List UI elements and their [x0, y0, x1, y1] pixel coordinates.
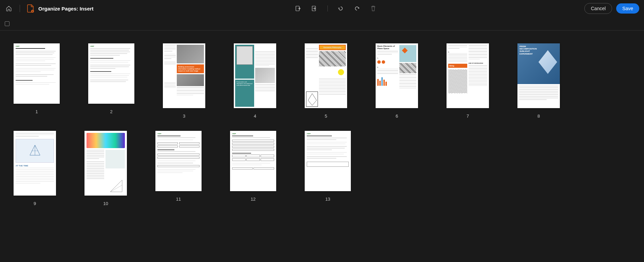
toolbar [295, 5, 377, 12]
trash-icon [371, 5, 376, 12]
cancel-button[interactable]: Cancel [584, 3, 612, 14]
rotate-right-icon [354, 5, 360, 12]
page-number: 8 [537, 114, 540, 119]
page-number: 6 [396, 114, 398, 119]
page-number: 2 [110, 109, 112, 114]
select-all-checkbox[interactable] [5, 21, 10, 26]
page-number: 7 [467, 114, 469, 119]
divider [327, 5, 328, 12]
page-thumbnail[interactable]: UNDP 13 [305, 131, 351, 206]
sub-label: LINE OF KNOWLEDGE [469, 62, 488, 64]
page-thumbnail[interactable]: UNDP 11 [155, 131, 202, 206]
article-title: PRISM DECOMPOSITION SUNLIGHT EXPERIMENT [519, 45, 541, 55]
page-arrow-up-icon [295, 5, 301, 12]
header-left: Organize Pages: Insert [5, 4, 94, 13]
page-thumbnail[interactable]: AT THE TIME 9 [14, 131, 56, 206]
article-headline: Building environment information modelin… [177, 64, 204, 73]
rotate-right-button[interactable] [354, 5, 360, 12]
page-number: 11 [176, 197, 181, 202]
page-number: 4 [254, 114, 256, 119]
page-thumbnail[interactable]: UNDP 2 [88, 43, 134, 119]
rotate-left-button[interactable] [337, 5, 344, 12]
article-headline: Preservation and inheritance of architec… [236, 81, 252, 86]
page-number: 10 [103, 201, 108, 206]
document-icon [27, 4, 34, 13]
page-thumbnail[interactable]: PRISM DECOMPOSITION SUNLIGHT EXPERIMENT … [517, 43, 560, 119]
page-number: 1 [35, 109, 38, 114]
save-button[interactable]: Save [616, 3, 639, 14]
page-number: 5 [325, 114, 327, 119]
page-thumbnail[interactable]: Preservation and inheritance of architec… [234, 43, 276, 119]
delete-button[interactable] [370, 5, 377, 12]
extract-page-button[interactable] [295, 5, 302, 12]
page-thumbnail[interactable]: Building environment information modelin… [163, 43, 205, 119]
article-title: Geometric Philosophy [319, 45, 346, 50]
page-thumbnail[interactable]: UNDP 1 [14, 43, 60, 119]
page-thumbnail[interactable]: Basic Elements of Plane Space 1. 2. [376, 43, 418, 119]
header: Organize Pages: Insert Cancel Save [0, 0, 644, 17]
home-icon [6, 5, 12, 12]
svg-line-8 [110, 182, 120, 192]
title-group: Organize Pages: Insert [27, 4, 94, 13]
subheader [0, 17, 644, 31]
divider [20, 5, 20, 12]
pages-grid: UNDP 1 UNDP [0, 31, 644, 219]
page-number: 12 [251, 197, 255, 202]
rotate-left-icon [338, 5, 344, 12]
home-button[interactable] [5, 4, 13, 13]
page-thumbnail[interactable]: UNDP 12 [230, 131, 276, 206]
orange-label: String [448, 64, 467, 68]
page-number: 3 [183, 114, 185, 119]
page-number: 13 [325, 197, 330, 202]
article-title: AT THE TIME [16, 165, 54, 167]
article-title: Basic Elements of Plane Space [377, 45, 398, 49]
page-arrow-down-icon [311, 5, 318, 12]
header-right: Cancel Save [584, 3, 639, 14]
page-number: 9 [34, 201, 36, 206]
page-thumbnail[interactable]: Geometric Philosophy 5 [305, 43, 347, 119]
page-thumbnail[interactable]: 10 [84, 131, 127, 206]
page-title: Organize Pages: Insert [38, 6, 94, 12]
insert-page-button[interactable] [311, 5, 318, 12]
svg-marker-3 [308, 94, 317, 105]
page-thumbnail[interactable]: 3. String LINE OF KNOWLEDGE 7 [447, 43, 489, 119]
